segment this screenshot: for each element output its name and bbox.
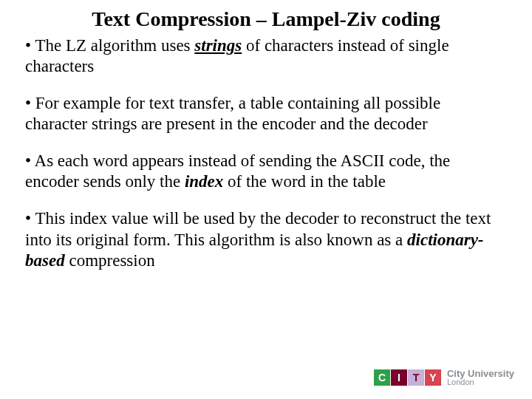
logo-line-2: London (447, 378, 514, 387)
logo-tile-c: C (374, 369, 390, 386)
logo-tile-t: T (408, 369, 424, 386)
bullet-4: • This index value will be used by the d… (25, 208, 507, 270)
logo-tile-i: I (391, 369, 407, 386)
university-logo: C I T Y City University London (374, 369, 514, 387)
bullet-1-pre: The LZ algorithm uses (35, 36, 194, 55)
slide-body: • The LZ algorithm uses strings of chara… (25, 35, 507, 270)
bullet-4-post: compression (65, 251, 155, 270)
slide-title: Text Compression – Lampel-Ziv coding (25, 7, 507, 31)
logo-tiles: C I T Y (374, 369, 441, 386)
slide: Text Compression – Lampel-Ziv coding • T… (0, 0, 532, 399)
bullet-1-em: strings (194, 36, 242, 55)
bullet-3-em: index (185, 172, 223, 191)
logo-tile-y: Y (425, 369, 441, 386)
bullet-1: • The LZ algorithm uses strings of chara… (25, 35, 507, 77)
logo-text: City University London (447, 369, 514, 387)
logo-line-1: City University (447, 369, 514, 379)
bullet-3: • As each word appears instead of sendin… (25, 151, 507, 192)
bullet-3-post: of the word in the table (223, 172, 386, 191)
bullet-2: • For example for text transfer, a table… (25, 93, 507, 134)
bullet-2-text: For example for text transfer, a table c… (25, 94, 440, 133)
